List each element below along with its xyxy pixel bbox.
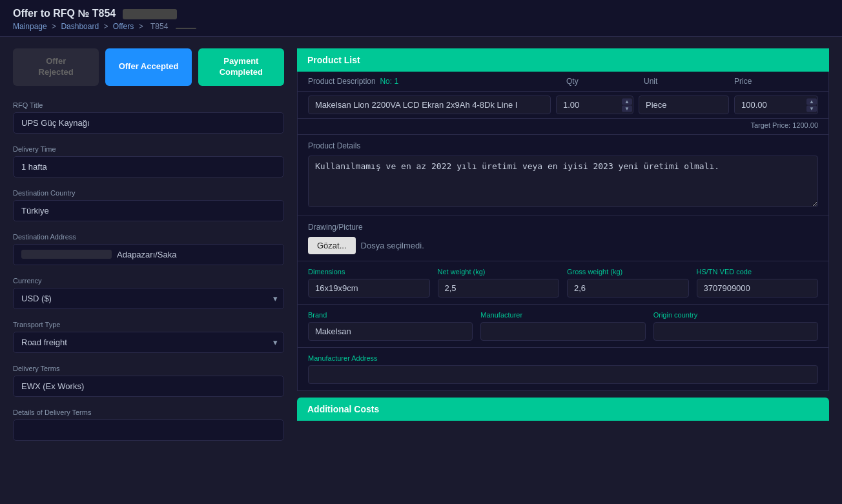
net-weight-label: Net weight (kg) [438,268,560,276]
main-content: OfferRejected Offer Accepted Payment Com… [0,37,842,496]
destination-address-input: Adapazarı/Saka [13,244,284,265]
dimensions-label: Dimensions [308,268,430,276]
gross-weight-input[interactable] [567,279,689,297]
gross-weight-field: Gross weight (kg) [567,268,689,297]
unit-input[interactable] [639,96,729,114]
drawing-label: Drawing/Picture [308,223,818,232]
target-price: Target Price: 1200.00 [297,119,829,135]
manufacturer-input[interactable] [480,322,645,341]
drawing-section: Drawing/Picture Gözat... Dosya seçilmedi… [297,216,829,261]
delivery-time-label: Delivery Time [13,145,284,153]
dimensions-section: Dimensions Net weight (kg) Gross weight … [297,261,829,305]
transport-type-select-wrapper: Road freight Air freight Sea freight [13,332,284,353]
page-title: Offer to RFQ № T854 ████████ [13,8,829,19]
brand-input[interactable] [308,322,473,341]
browse-button[interactable]: Gözat... [308,237,356,254]
breadcrumb-t854: T854 [150,22,168,31]
delivery-time-input[interactable] [13,156,284,177]
brand-label: Brand [308,311,473,319]
hs-tn-label: HS/TN VED code [697,268,819,276]
destination-country-input[interactable] [13,200,284,221]
product-list-header: Product List [297,48,829,72]
qty-arrows: ▲ ▼ [622,98,632,112]
dimensions-field: Dimensions [308,268,430,297]
unit-cell [639,96,729,114]
dim-grid: Dimensions Net weight (kg) Gross weight … [308,268,818,297]
manufacturer-field: Manufacturer [480,311,645,341]
left-panel: OfferRejected Offer Accepted Payment Com… [13,48,297,484]
product-details-textarea[interactable]: Kullanılmamış ve en az 2022 yılı üretimi… [308,156,818,207]
breadcrumb-offers[interactable]: Offers [113,22,134,31]
delivery-terms-label: Delivery Terms [13,365,284,372]
manufacturer-address-section: Manufacturer Address [297,348,829,391]
rfq-title-group: RFQ Title [13,101,284,134]
manufacturer-address-label: Manufacturer Address [308,354,818,362]
qty-wrapper: ▲ ▼ [556,96,633,114]
dimensions-input[interactable] [308,279,430,297]
rfq-title-label: RFQ Title [13,101,284,109]
payment-completed-button[interactable]: Payment Completed [198,48,284,86]
currency-label: Currency [13,277,284,285]
transport-type-label: Transport Type [13,321,284,328]
details-of-delivery-group: Details of Delivery Terms [13,408,284,441]
brand-field: Brand [308,311,473,341]
transport-type-group: Transport Type Road freight Air freight … [13,321,284,353]
qty-up-arrow[interactable]: ▲ [622,98,632,105]
col-no-label: No: [380,77,392,86]
breadcrumb: Mainpage > Dashboard > Offers > T854 [13,22,829,31]
destination-address-city: Adapazarı/Saka [117,250,177,259]
currency-select[interactable]: USD ($) EUR (€) TRY (₺) [13,288,284,309]
col-no-value: 1 [394,77,398,86]
delivery-terms-input[interactable] [13,376,284,397]
additional-costs-header: Additional Costs [297,398,829,421]
hs-tn-input[interactable] [697,279,819,297]
col-description: Product Description No: 1 [308,77,566,86]
destination-address-label: Destination Address [13,233,284,241]
rfq-title-input[interactable] [13,112,284,134]
breadcrumb-mainpage[interactable]: Mainpage [13,22,47,31]
col-qty-header: Qty [566,77,644,86]
file-name: Dosya seçilmedi. [361,241,424,250]
qty-down-arrow[interactable]: ▼ [622,105,632,112]
currency-select-wrapper: USD ($) EUR (€) TRY (₺) [13,288,284,309]
manufacturer-address-input[interactable] [308,365,818,384]
price-input[interactable] [734,96,818,114]
brand-grid: Brand Manufacturer Origin country [308,311,818,341]
net-weight-input[interactable] [438,279,560,297]
origin-country-field: Origin country [653,311,818,341]
offer-rejected-button[interactable]: OfferRejected [13,48,99,86]
price-down-arrow[interactable]: ▼ [806,105,817,112]
price-up-arrow[interactable]: ▲ [806,98,817,105]
destination-address-redacted [21,250,112,259]
product-description-cell [308,96,551,114]
delivery-time-group: Delivery Time [13,145,284,177]
origin-country-input[interactable] [653,322,818,341]
destination-country-group: Destination Country [13,189,284,221]
col-price-header: Price [734,77,818,86]
file-row: Gözat... Dosya seçilmedi. [308,237,818,254]
delivery-terms-group: Delivery Terms [13,365,284,397]
brand-section: Brand Manufacturer Origin country [297,305,829,348]
product-table-row: ▲ ▼ ▲ ▼ [297,92,829,119]
destination-country-label: Destination Country [13,189,284,197]
gross-weight-label: Gross weight (kg) [567,268,689,276]
col-unit-header: Unit [644,77,734,86]
destination-address-group: Destination Address Adapazarı/Saka [13,233,284,265]
details-of-delivery-input[interactable] [13,419,284,441]
product-description-input[interactable] [308,96,551,114]
status-buttons: OfferRejected Offer Accepted Payment Com… [13,48,284,86]
hs-tn-field: HS/TN VED code [697,268,819,297]
product-table-header: Product Description No: 1 Qty Unit Price [297,72,829,92]
price-arrows: ▲ ▼ [806,98,817,112]
page-header: Offer to RFQ № T854 ████████ Mainpage > … [0,0,842,37]
manufacturer-label: Manufacturer [480,311,645,319]
right-panel: Product List Product Description No: 1 Q… [297,48,829,484]
product-details-label: Product Details [308,141,818,150]
offer-accepted-button[interactable]: Offer Accepted [105,48,191,86]
details-of-delivery-label: Details of Delivery Terms [13,408,284,416]
origin-country-label: Origin country [653,311,818,319]
net-weight-field: Net weight (kg) [438,268,560,297]
price-cell: ▲ ▼ [734,96,818,114]
transport-type-select[interactable]: Road freight Air freight Sea freight [13,332,284,353]
breadcrumb-dashboard[interactable]: Dashboard [61,22,99,31]
